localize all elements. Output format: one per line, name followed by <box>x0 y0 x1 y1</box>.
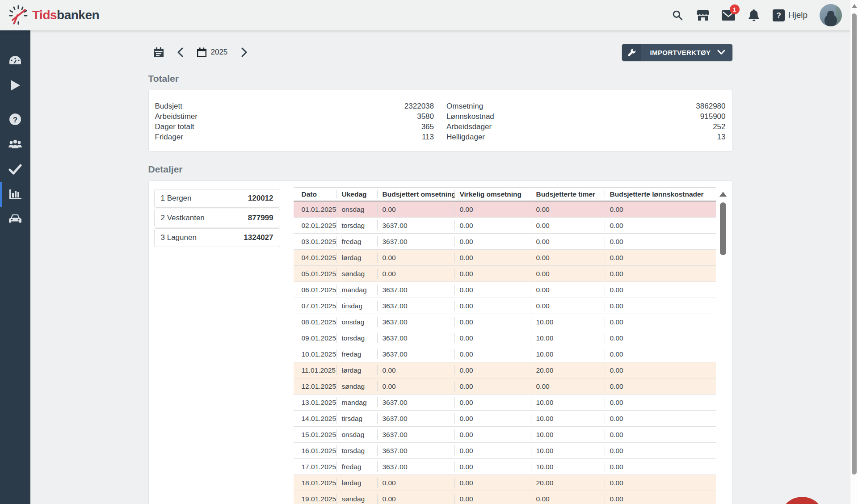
question-square-icon: ? <box>773 9 785 21</box>
main-content: 2025 IMPORTVERKTØY Totaler <box>30 30 850 504</box>
user-avatar[interactable] <box>820 4 842 26</box>
cell-budgeted-hours: 0.00 <box>531 266 605 281</box>
total-row: Arbeidsdager 252 <box>446 122 726 132</box>
budget-table: DatoUkedagBudsjettert omsetningVirkelig … <box>294 187 716 504</box>
previous-year-chevron[interactable] <box>177 47 184 57</box>
total-label: Helligdager <box>446 132 485 142</box>
help-button[interactable]: ? Hjelp <box>773 9 808 21</box>
cell-date: 17.01.2025 <box>294 459 336 475</box>
table-header-row: DatoUkedagBudsjettert omsetningVirkelig … <box>294 188 716 202</box>
table-scrollbar-thumb[interactable] <box>720 202 726 255</box>
bell-icon[interactable] <box>747 8 761 22</box>
import-tools-label: IMPORTVERKTØY <box>641 49 717 56</box>
cell-weekday: mandag <box>336 282 377 298</box>
sidebar-item-play[interactable] <box>0 73 30 98</box>
topbar: Tidsbanken 1 ? Hjelp <box>0 0 858 30</box>
sidebar-item-vehicles[interactable] <box>0 207 30 232</box>
cell-actual-revenue: 0.00 <box>454 266 531 281</box>
table-row[interactable]: 07.01.2025 tirsdag 3637.00 0.00 0.00 0.0… <box>294 298 716 314</box>
clock-burst-icon <box>8 4 29 26</box>
cell-actual-revenue: 0.00 <box>454 411 531 426</box>
sidebar-item-users[interactable] <box>0 132 30 157</box>
column-header[interactable]: Virkelig omsetning <box>454 188 531 201</box>
table-row[interactable]: 15.01.2025 onsdag 3637.00 0.00 10.00 0.0… <box>294 427 716 443</box>
cell-weekday: onsdag <box>336 202 377 217</box>
sidebar-item-approve[interactable] <box>0 157 30 182</box>
calendar-week-icon[interactable] <box>154 47 164 57</box>
table-scrollbar[interactable] <box>718 187 728 504</box>
cell-date: 18.01.2025 <box>294 475 336 491</box>
total-label: Lønnskostnad <box>446 111 494 122</box>
cell-actual-revenue: 0.00 <box>454 427 531 442</box>
column-header[interactable]: Ukedag <box>336 188 377 201</box>
column-header[interactable]: Budsjetterte timer <box>531 188 605 201</box>
store-icon[interactable] <box>696 8 710 22</box>
table-row[interactable]: 17.01.2025 fredag 3637.00 0.00 10.00 0.0… <box>294 459 716 475</box>
column-header[interactable]: Dato <box>294 188 336 201</box>
app-logo[interactable]: Tidsbanken <box>0 4 99 26</box>
table-row[interactable]: 06.01.2025 mandag 3637.00 0.00 0.00 0.00 <box>294 282 716 298</box>
table-row[interactable]: 08.01.2025 onsdag 3637.00 0.00 10.00 0.0… <box>294 314 716 330</box>
page-scrollbar-thumb[interactable] <box>852 13 857 475</box>
cell-budgeted-labor-cost: 0.00 <box>605 234 716 249</box>
total-label: Budsjett <box>155 101 182 111</box>
cell-budgeted-labor-cost: 0.00 <box>605 362 716 378</box>
cell-weekday: lørdag <box>336 362 377 378</box>
page-scrollbar[interactable] <box>850 0 858 504</box>
table-row[interactable]: 05.01.2025 søndag 0.00 0.00 0.00 0.00 <box>294 266 716 282</box>
table-scroll-up-arrow-icon[interactable] <box>719 192 727 197</box>
table-row[interactable]: 13.01.2025 mandag 3637.00 0.00 10.00 0.0… <box>294 395 716 411</box>
column-header[interactable]: Budsjetterte lønnskostnader <box>605 188 716 201</box>
cell-budgeted-revenue: 3637.00 <box>377 234 454 249</box>
sidebar-item-reports[interactable] <box>0 182 30 207</box>
cell-budgeted-hours: 10.00 <box>531 395 605 410</box>
cell-budgeted-revenue: 3637.00 <box>377 411 454 426</box>
scroll-up-arrow-icon[interactable] <box>852 4 857 8</box>
total-label: Arbeidstimer <box>155 111 198 122</box>
sidebar-item-help[interactable]: ? <box>0 107 30 132</box>
cell-date: 11.01.2025 <box>294 362 336 378</box>
location-item[interactable]: 1 Bergen 120012 <box>154 189 280 208</box>
table-row[interactable]: 03.01.2025 fredag 3637.00 0.00 0.00 0.00 <box>294 234 716 250</box>
table-row[interactable]: 10.01.2025 fredag 3637.00 0.00 10.00 0.0… <box>294 346 716 362</box>
import-tools-button[interactable]: IMPORTVERKTØY <box>622 44 732 61</box>
cell-budgeted-revenue: 0.00 <box>377 202 454 217</box>
table-row[interactable]: 19.01.2025 søndag 0.00 0.00 0.00 0.00 <box>294 491 716 504</box>
table-row[interactable]: 18.01.2025 lørdag 0.00 0.00 20.00 0.00 <box>294 475 716 491</box>
cell-actual-revenue: 0.00 <box>454 218 531 233</box>
table-row[interactable]: 14.01.2025 tirsdag 3637.00 0.00 10.00 0.… <box>294 411 716 427</box>
cell-weekday: torsdag <box>336 443 377 458</box>
table-row[interactable]: 04.01.2025 lørdag 0.00 0.00 0.00 0.00 <box>294 250 716 266</box>
location-item[interactable]: 3 Lagunen 1324027 <box>154 228 280 247</box>
totals-panel: Budsjett 2322038 Arbeidstimer 3580 Dager… <box>148 90 732 151</box>
cell-budgeted-revenue: 3637.00 <box>377 427 454 442</box>
year-selector[interactable]: 2025 <box>197 47 228 57</box>
table-row[interactable]: 01.01.2025 onsdag 0.00 0.00 0.00 0.00 <box>294 202 716 218</box>
mail-badge: 1 <box>730 4 740 14</box>
cell-weekday: søndag <box>336 378 377 394</box>
cell-weekday: søndag <box>336 491 377 504</box>
table-row[interactable]: 11.01.2025 lørdag 0.00 0.00 20.00 0.00 <box>294 362 716 378</box>
total-label: Omsetning <box>446 101 483 111</box>
cell-budgeted-labor-cost: 0.00 <box>605 491 716 504</box>
sidebar: ? <box>0 30 30 504</box>
cell-actual-revenue: 0.00 <box>454 378 531 394</box>
cell-budgeted-hours: 0.00 <box>531 218 605 233</box>
sidebar-item-dashboard[interactable] <box>0 48 30 73</box>
cell-budgeted-hours: 0.00 <box>531 250 605 265</box>
table-row[interactable]: 16.01.2025 torsdag 3637.00 0.00 10.00 0.… <box>294 443 716 459</box>
svg-text:?: ? <box>776 11 781 20</box>
column-header[interactable]: Budsjettert omsetning <box>377 188 454 201</box>
car-icon <box>8 214 22 225</box>
table-row[interactable]: 09.01.2025 torsdag 3637.00 0.00 10.00 0.… <box>294 330 716 346</box>
table-row[interactable]: 02.01.2025 torsdag 3637.00 0.00 0.00 0.0… <box>294 218 716 234</box>
bar-chart-icon <box>8 189 22 200</box>
cell-date: 14.01.2025 <box>294 411 336 426</box>
mail-icon[interactable]: 1 <box>722 8 735 22</box>
search-icon[interactable] <box>671 8 684 22</box>
table-row[interactable]: 12.01.2025 søndag 0.00 0.00 0.00 0.00 <box>294 378 716 395</box>
cell-actual-revenue: 0.00 <box>454 250 531 265</box>
next-year-chevron[interactable] <box>241 47 248 57</box>
location-item[interactable]: 2 Vestkanten 877999 <box>154 209 280 227</box>
cell-actual-revenue: 0.00 <box>454 346 531 362</box>
